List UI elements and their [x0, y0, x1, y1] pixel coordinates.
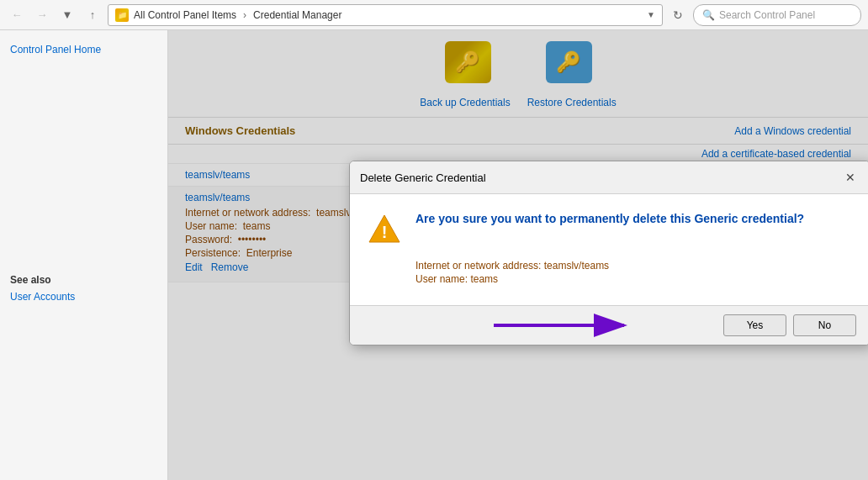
- sidebar-user-accounts-link[interactable]: User Accounts: [10, 291, 157, 303]
- warning-icon: !: [367, 211, 402, 246]
- dialog-message: Are you sure you want to permanently del…: [415, 211, 804, 228]
- address-path: All Control Panel Items: [134, 9, 236, 21]
- search-placeholder: Search Control Panel: [719, 9, 815, 21]
- svg-text:!: !: [382, 223, 388, 241]
- dialog-titlebar: Delete Generic Credential ✕: [350, 161, 868, 194]
- address-field[interactable]: 📁 All Control Panel Items › Credential M…: [108, 4, 663, 26]
- dialog-yes-button[interactable]: Yes: [723, 314, 786, 336]
- sidebar: Control Panel Home See also User Account…: [0, 30, 168, 480]
- dialog-title: Delete Generic Credential: [360, 171, 486, 184]
- delete-dialog: Delete Generic Credential ✕ ! Are you su…: [349, 161, 868, 345]
- address-bar: ← → ▼ ↑ 📁 All Control Panel Items › Cred…: [0, 0, 868, 30]
- forward-button[interactable]: →: [32, 5, 52, 25]
- main-layout: Control Panel Home See also User Account…: [0, 30, 868, 480]
- refresh-button[interactable]: ↻: [668, 5, 688, 25]
- recent-button[interactable]: ▼: [57, 5, 77, 25]
- dialog-detail-address: Internet or network address: teamslv/tea…: [415, 260, 853, 272]
- folder-icon: 📁: [115, 8, 129, 22]
- dialog-warning-row: ! Are you sure you want to permanently d…: [367, 211, 853, 246]
- dialog-body: ! Are you sure you want to permanently d…: [350, 194, 868, 305]
- dialog-no-button[interactable]: No: [793, 314, 856, 336]
- see-also-title: See also: [10, 274, 157, 286]
- dialog-username-value: teams: [470, 273, 498, 285]
- content-area: 🔑 🔑 Back up Credentials Restore Credenti…: [168, 30, 868, 480]
- dialog-username-label: User name:: [415, 273, 468, 285]
- address-section: Credential Manager: [253, 9, 341, 21]
- search-icon: 🔍: [702, 9, 715, 21]
- up-button[interactable]: ↑: [82, 5, 103, 25]
- sidebar-home-link[interactable]: Control Panel Home: [10, 44, 157, 55]
- address-dropdown-icon[interactable]: ▼: [647, 10, 655, 19]
- dialog-close-button[interactable]: ✕: [841, 168, 860, 187]
- search-box[interactable]: 🔍 Search Control Panel: [693, 4, 861, 26]
- dialog-address-label: Internet or network address:: [415, 260, 541, 272]
- dialog-footer: Yes No: [350, 305, 868, 345]
- back-button[interactable]: ←: [7, 5, 27, 25]
- dialog-detail-username: User name: teams: [415, 273, 853, 285]
- dialog-address-value: teamslv/teams: [544, 260, 609, 272]
- dialog-details: Internet or network address: teamslv/tea…: [415, 260, 853, 285]
